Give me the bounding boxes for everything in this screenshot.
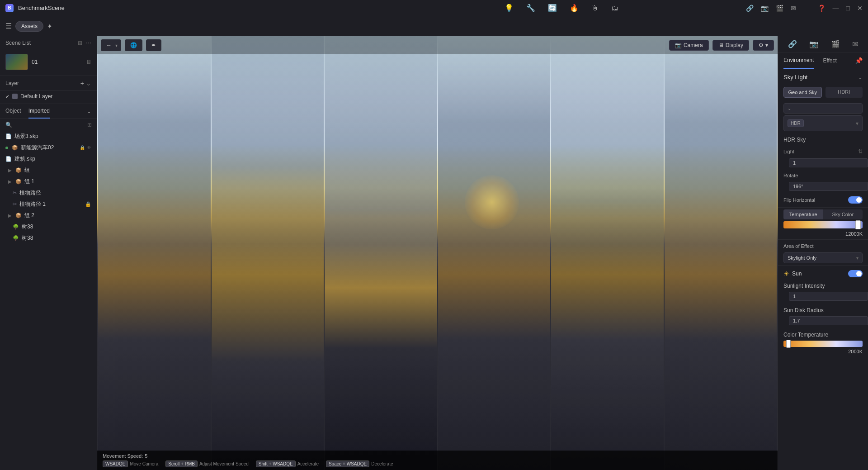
- help-icon[interactable]: ❓: [818, 5, 826, 12]
- share-header-icon[interactable]: 🔗: [746, 5, 754, 12]
- panel-mail-icon[interactable]: ✉: [852, 40, 858, 48]
- grid-view-icon[interactable]: ⊞: [87, 122, 92, 128]
- object-imported-tabs: Object Imported ⌄: [0, 104, 97, 119]
- sun-disk-radius-input[interactable]: [789, 316, 868, 325]
- subtab-geo-sky[interactable]: Geo and Sky: [783, 87, 822, 98]
- sky-light-header[interactable]: Sky Light ⌄: [778, 69, 868, 85]
- rotate-input[interactable]: [789, 182, 868, 191]
- viewport-right-tools: 📷 Camera 🖥 Display ⚙ ▾: [669, 40, 774, 51]
- flip-horizontal-toggle[interactable]: [848, 196, 863, 204]
- tree-item-tree2[interactable]: 🌳 树38: [0, 233, 97, 244]
- flame-icon[interactable]: 🔥: [570, 4, 579, 12]
- scene-thumbnail-item[interactable]: 01 🖥: [0, 50, 97, 74]
- search-input[interactable]: [16, 122, 84, 128]
- tree-item-tree1[interactable]: 🌳 树38: [0, 221, 97, 233]
- camera-button[interactable]: 📷 Camera: [669, 40, 709, 51]
- scene-grid-icon[interactable]: ⊞: [78, 40, 82, 46]
- temp-gradient-thumb[interactable]: [786, 340, 791, 348]
- area-of-effect-dropdown[interactable]: Skylight Only ▾: [783, 252, 863, 263]
- gradient-thumb[interactable]: [855, 220, 861, 229]
- tool-icon[interactable]: 🔧: [526, 4, 535, 12]
- color-temperature-gradient[interactable]: [783, 341, 863, 347]
- shortcut-scroll: Scroll + RMB Adjust Movement Speed: [165, 461, 249, 467]
- tree-item-name: 建筑.skp: [14, 155, 35, 163]
- hdr-box[interactable]: HDR ▾: [783, 115, 863, 131]
- pin-icon[interactable]: 📌: [855, 57, 863, 64]
- layer-default[interactable]: ✓ Default Layer: [0, 91, 97, 102]
- color-tab-skycolor[interactable]: Sky Color: [823, 209, 863, 219]
- maximize-icon[interactable]: □: [846, 5, 850, 12]
- lock-icon[interactable]: 🔒: [80, 145, 85, 150]
- globe-icon[interactable]: 🌐: [128, 41, 139, 49]
- panel-video-icon[interactable]: 🎬: [831, 40, 840, 48]
- tree-item-scene3[interactable]: 📄 场景3.skp: [0, 131, 97, 142]
- viewport[interactable]: ↔ ▾ 🌐 ✒ 📷 Camera 🖥 Display ⚙: [97, 36, 778, 470]
- scene-list-title: Scene List: [5, 40, 78, 46]
- key-scroll: Scroll + RMB: [165, 461, 198, 467]
- color-temperature-value: 2000K: [778, 348, 868, 356]
- tree-item-path2[interactable]: ✂ 植物路径 1 🔒: [0, 199, 97, 210]
- obj-tabs-dropdown-icon[interactable]: ⌄: [87, 108, 91, 114]
- tree-item-car[interactable]: 📦 新能源汽车02 🔒 👁: [0, 142, 97, 153]
- tree-item-building[interactable]: 📄 建筑.skp: [0, 153, 97, 165]
- scene-more-icon[interactable]: ⋯: [86, 40, 91, 46]
- building-col-6: [665, 36, 777, 470]
- secondary-toolbar: ☰ Assets ✦: [0, 16, 868, 36]
- hdr-dropdown[interactable]: ⌄: [783, 103, 863, 114]
- close-icon[interactable]: ✕: [857, 5, 863, 12]
- hdr-dropdown-container: ⌄: [783, 103, 863, 114]
- path-icon: ✂: [13, 190, 17, 196]
- layer-add-icon[interactable]: +: [80, 80, 84, 87]
- sunlight-intensity-input[interactable]: [789, 292, 868, 301]
- layer-collapse-icon[interactable]: ⌄: [86, 80, 91, 87]
- tree-icon: 🌳: [13, 235, 19, 241]
- hamburger-icon[interactable]: ☰: [5, 22, 12, 30]
- panel-camera-icon[interactable]: 📷: [809, 40, 818, 48]
- bulb-icon[interactable]: 💡: [505, 4, 514, 12]
- assets-button[interactable]: Assets: [15, 21, 43, 32]
- settings-icon: ⚙: [759, 42, 764, 48]
- magic-icon[interactable]: ✦: [47, 23, 52, 30]
- light-input[interactable]: [789, 158, 868, 167]
- area-of-effect-label: Area of Effect: [783, 243, 863, 249]
- light-filter-icon[interactable]: ⇅: [858, 148, 863, 155]
- building-col-1: [98, 36, 211, 470]
- tab-environment[interactable]: Environment: [783, 52, 814, 69]
- camera-label: Camera: [684, 42, 703, 48]
- group-icon: 📦: [15, 167, 22, 173]
- lock-icon-small[interactable]: 🔒: [85, 201, 91, 207]
- hdr-chevron-top: ⌄: [788, 106, 791, 111]
- shortcuts-row: WSADQE Move Camera Scroll + RMB Adjust M…: [103, 461, 772, 467]
- eyedropper-icon[interactable]: ✒: [150, 41, 158, 49]
- temperature-gradient-bar[interactable]: [783, 221, 863, 228]
- tree-item-path1[interactable]: ✂ 植物路径: [0, 187, 97, 199]
- camera-header-icon[interactable]: 📷: [761, 5, 769, 12]
- sun-toggle[interactable]: [848, 270, 863, 277]
- mail-header-icon[interactable]: ✉: [791, 5, 796, 12]
- window-controls: 🔗 📷 🎬 ✉ ❓ — □ ✕: [746, 5, 863, 12]
- tab-object[interactable]: Object: [5, 104, 21, 119]
- tab-effect[interactable]: Effect: [823, 53, 836, 68]
- scene-thumb-monitor-icon: 🖥: [86, 59, 91, 65]
- loop-icon[interactable]: 🔄: [548, 4, 557, 12]
- eyedropper-tool-group: ✒: [146, 39, 161, 51]
- movement-speed-value: 5: [145, 453, 147, 459]
- building-col-5: [551, 36, 664, 470]
- color-tab-temperature[interactable]: Temperature: [783, 209, 823, 219]
- minimize-icon[interactable]: —: [833, 5, 839, 12]
- settings-button[interactable]: ⚙ ▾: [753, 40, 774, 51]
- panel-share-icon[interactable]: 🔗: [788, 40, 797, 48]
- cursor-icon[interactable]: 🖱: [591, 4, 599, 12]
- tree-item-group[interactable]: ▶ 📦 组: [0, 165, 97, 176]
- video-header-icon[interactable]: 🎬: [776, 5, 783, 12]
- move-tool-icon[interactable]: ↔: [104, 41, 113, 49]
- display-button[interactable]: 🖥 Display: [712, 40, 749, 51]
- tree-item-group2[interactable]: ▶ 📦 组 2: [0, 210, 97, 221]
- move-tool-dropdown[interactable]: ▾: [115, 43, 118, 48]
- layers-icon[interactable]: 🗂: [611, 4, 618, 12]
- tree-item-group1[interactable]: ▶ 📦 组 1: [0, 176, 97, 187]
- tab-imported[interactable]: Imported: [28, 104, 50, 119]
- eye-icon[interactable]: 👁: [87, 145, 91, 150]
- right-panel: 🔗 📷 🎬 ✉ Environment Effect 📌 Sky Light ⌄…: [778, 36, 868, 470]
- subtab-hdri[interactable]: HDRI: [826, 87, 863, 98]
